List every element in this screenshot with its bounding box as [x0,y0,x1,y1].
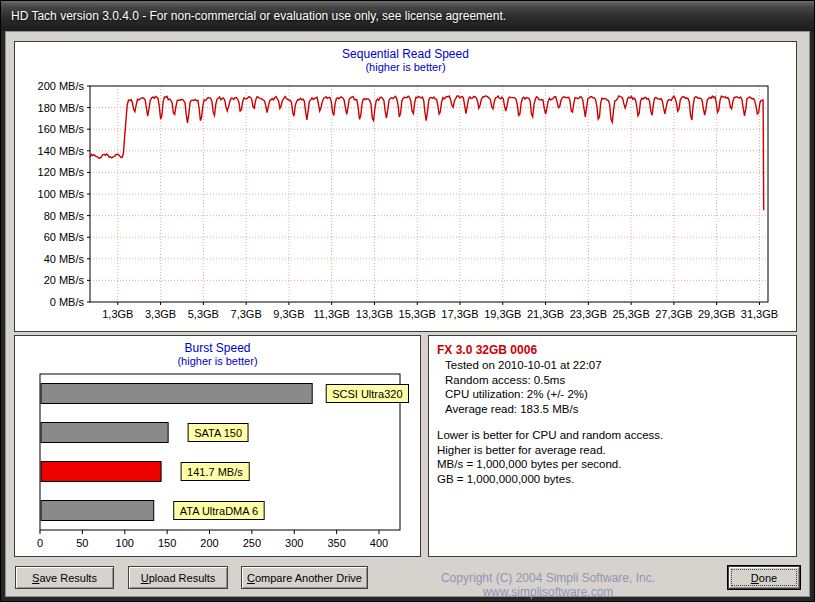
svg-text:20 MB/s: 20 MB/s [44,274,85,286]
svg-text:120 MB/s: 120 MB/s [38,166,85,178]
svg-text:60 MB/s: 60 MB/s [44,231,85,243]
compare-another-drive-label: Compare Another Drive [242,572,367,584]
svg-text:250: 250 [243,537,261,549]
tested-date: Tested on 2010-10-01 at 22:07 [445,358,788,373]
svg-text:3,3GB: 3,3GB [145,308,176,320]
burst-speed-subtitle: (higher is better) [15,355,420,368]
title-bar[interactable]: HD Tach version 3.0.4.0 - For non-commer… [1,1,814,31]
svg-text:1,3GB: 1,3GB [102,308,133,320]
save-results-button[interactable]: Save Results [15,566,114,589]
svg-text:180 MB/s: 180 MB/s [38,102,85,114]
svg-text:ATA UltraDMA 6: ATA UltraDMA 6 [180,505,258,517]
note-higher-better: Higher is better for average read. [437,443,788,458]
window-title: HD Tach version 3.0.4.0 - For non-commer… [11,9,506,23]
save-results-label: Save Results [16,572,113,584]
compare-another-drive-button[interactable]: Compare Another Drive [241,566,368,589]
hdtach-window: HD Tach version 3.0.4.0 - For non-commer… [0,0,815,602]
svg-text:SCSI Ultra320: SCSI Ultra320 [332,388,402,400]
upload-results-button[interactable]: Upload Results [128,566,228,589]
svg-text:11,3GB: 11,3GB [313,308,350,320]
random-access: Random access: 0.5ms [445,373,788,388]
note-mbs-definition: MB/s = 1,000,000 bytes per second. [437,457,788,472]
svg-text:150: 150 [158,537,176,549]
svg-text:13,3GB: 13,3GB [356,308,393,320]
sequential-read-chart: 0 MB/s20 MB/s40 MB/s60 MB/s80 MB/s100 MB… [16,78,796,330]
svg-text:9,3GB: 9,3GB [273,308,304,320]
svg-text:160 MB/s: 160 MB/s [38,123,85,135]
svg-text:17,3GB: 17,3GB [441,308,478,320]
svg-text:100: 100 [116,537,134,549]
svg-text:15,3GB: 15,3GB [399,308,436,320]
svg-text:27,3GB: 27,3GB [655,308,692,320]
sequential-read-title: Sequential Read Speed [15,47,796,61]
svg-text:100 MB/s: 100 MB/s [38,188,85,200]
svg-text:200 MB/s: 200 MB/s [38,80,85,92]
svg-text:80 MB/s: 80 MB/s [44,210,85,222]
drive-name: FX 3.0 32GB 0006 [437,342,788,358]
upload-results-label: Upload Results [129,572,227,584]
svg-text:23,3GB: 23,3GB [570,308,607,320]
svg-text:350: 350 [327,537,345,549]
svg-text:200: 200 [200,537,218,549]
svg-text:400: 400 [370,537,388,549]
svg-text:21,3GB: 21,3GB [527,308,564,320]
note-gb-definition: GB = 1,000,000,000 bytes. [437,472,788,487]
done-button[interactable]: Done [728,566,800,589]
note-lower-better: Lower is better for CPU and random acces… [437,428,788,443]
spacer [437,416,788,428]
cpu-utilization: CPU utilization: 2% (+/- 2%) [445,387,788,402]
svg-text:141.7 MB/s: 141.7 MB/s [187,466,243,478]
done-label: Done [729,572,799,584]
sequential-read-subtitle: (higher is better) [15,61,796,74]
copyright-text: Copyright (C) 2004 Simpli Software, Inc.… [382,571,714,599]
burst-speed-chart: 050100150200250300350400SCSI Ultra320SAT… [16,370,420,556]
svg-text:5,3GB: 5,3GB [188,308,219,320]
svg-text:29,3GB: 29,3GB [698,308,735,320]
svg-text:25,3GB: 25,3GB [612,308,649,320]
sequential-read-panel: Sequential Read Speed (higher is better)… [14,41,797,332]
svg-text:19,3GB: 19,3GB [484,308,521,320]
window-content: Sequential Read Speed (higher is better)… [5,31,810,597]
svg-text:40 MB/s: 40 MB/s [44,253,85,265]
svg-text:0 MB/s: 0 MB/s [50,296,85,308]
svg-text:300: 300 [285,537,303,549]
average-read: Average read: 183.5 MB/s [445,402,788,417]
svg-text:50: 50 [76,537,88,549]
svg-text:SATA 150: SATA 150 [194,427,242,439]
svg-text:31,3GB: 31,3GB [741,308,778,320]
results-info-panel: FX 3.0 32GB 0006 Tested on 2010-10-01 at… [428,335,797,557]
burst-speed-panel: Burst Speed (higher is better) 050100150… [14,335,421,557]
burst-speed-title: Burst Speed [15,341,420,355]
svg-text:7,3GB: 7,3GB [231,308,262,320]
svg-text:0: 0 [37,537,43,549]
svg-text:140 MB/s: 140 MB/s [38,145,85,157]
